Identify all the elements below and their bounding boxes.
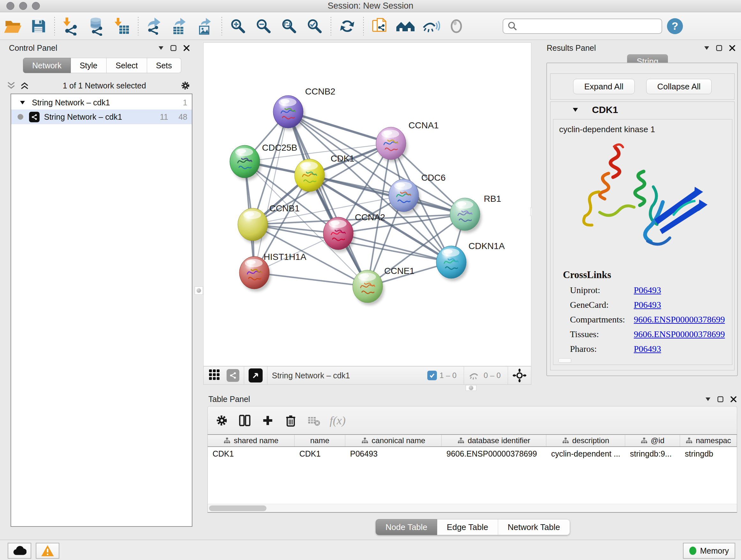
table-cell[interactable]: stringdb	[680, 447, 737, 460]
network-graph[interactable]: CCNB2CCNA1CDC25BCDK1CDC6RB1CCNB1CCNA2CDK…	[204, 43, 531, 366]
network-node-RB1[interactable]	[450, 198, 480, 231]
tab-sets[interactable]: Sets	[147, 58, 181, 73]
search-box[interactable]	[502, 18, 662, 34]
crosslink-pharos-link[interactable]: P06493	[634, 344, 661, 354]
selected-checkbox-icon[interactable]	[427, 371, 437, 380]
close-panel-icon[interactable]	[731, 396, 737, 402]
zoom-in-button[interactable]	[228, 16, 248, 37]
table-row[interactable]: CDK1CDK1P064939606.ENSP00000378699cyclin…	[208, 447, 737, 460]
close-panel-icon[interactable]	[729, 45, 735, 51]
collapse-all-icon[interactable]	[7, 82, 15, 89]
network-node-CDC6[interactable]	[389, 179, 419, 212]
string-home-button[interactable]	[395, 16, 415, 37]
network-node-CDK1[interactable]	[294, 159, 325, 192]
collapse-all-button[interactable]: Collapse All	[646, 79, 712, 94]
import-network-database-button[interactable]	[86, 16, 107, 37]
open-session-button[interactable]	[3, 16, 23, 37]
import-table-button[interactable]	[112, 16, 132, 37]
bottom-splitter-handle[interactable]	[466, 385, 476, 391]
results-scrollbar[interactable]	[558, 358, 571, 363]
collapse-panel-icon[interactable]	[158, 46, 163, 50]
float-panel-icon[interactable]	[716, 45, 722, 51]
warnings-button[interactable]	[36, 543, 59, 559]
export-network-button[interactable]	[144, 16, 165, 37]
table-cell[interactable]: cyclin-dependent ...	[546, 447, 625, 460]
show-columns-icon[interactable]	[238, 414, 252, 428]
search-input[interactable]	[518, 22, 655, 30]
table-horizontal-scrollbar[interactable]	[208, 504, 737, 512]
network-view-button[interactable]	[226, 369, 239, 382]
network-options-gear-icon[interactable]	[180, 80, 191, 91]
column-header-canonical-name[interactable]: canonical name	[345, 435, 442, 446]
zoom-fit-button[interactable]	[279, 16, 299, 37]
close-panel-icon[interactable]	[184, 45, 190, 51]
grid-view-button[interactable]	[209, 369, 220, 382]
tab-select[interactable]: Select	[107, 58, 147, 73]
network-node-CDKN1A[interactable]	[436, 246, 466, 278]
column-header-shared-name[interactable]: shared name	[208, 435, 294, 446]
network-node-CCNA2[interactable]	[323, 217, 353, 250]
table-cell[interactable]: CDK1	[208, 447, 294, 460]
crosslink-tissues-link[interactable]: 9606.ENSP00000378699	[634, 329, 725, 339]
function-builder-button: f(x)	[330, 414, 346, 427]
left-splitter-handle[interactable]	[195, 287, 203, 295]
network-node-CCNA1[interactable]	[376, 127, 406, 160]
tree-expander-icon[interactable]	[20, 101, 25, 105]
crosslink-genecard-link[interactable]: P06493	[634, 300, 661, 310]
float-panel-icon[interactable]	[171, 45, 177, 51]
tab-style[interactable]: Style	[71, 58, 107, 73]
import-network-file-button[interactable]	[61, 16, 81, 37]
column-header--id[interactable]: @id	[625, 435, 680, 446]
add-column-icon[interactable]	[261, 414, 275, 428]
export-image-button[interactable]	[195, 16, 216, 37]
export-table-button[interactable]	[170, 16, 190, 37]
expand-all-icon[interactable]	[20, 82, 29, 89]
network-node-CCNB2[interactable]	[273, 96, 303, 128]
show-graphics-details-button[interactable]	[446, 16, 467, 37]
collapse-panel-icon[interactable]	[704, 46, 709, 50]
help-button[interactable]: ?	[665, 16, 685, 37]
cloud-status-button[interactable]	[8, 543, 31, 559]
network-edge[interactable]	[254, 112, 288, 273]
network-row-selected[interactable]: String Network – cdk1 11 48	[11, 110, 192, 124]
crosslink-uniprot-link[interactable]: P06493	[634, 285, 661, 295]
zoom-fit-icon	[280, 17, 298, 35]
toolbar-separator	[138, 17, 138, 36]
birdseye-crosshair-icon[interactable]	[513, 368, 527, 382]
float-panel-icon[interactable]	[718, 396, 724, 402]
tab-network-table[interactable]: Network Table	[498, 519, 570, 535]
section-expander-icon[interactable]	[573, 108, 578, 112]
table-cell[interactable]: CDK1	[294, 447, 345, 460]
tab-node-table[interactable]: Node Table	[376, 519, 437, 535]
network-node-CDC25B[interactable]	[230, 145, 260, 178]
table-options-gear-icon[interactable]	[215, 414, 229, 428]
table-cell[interactable]: 9606.ENSP00000378699	[442, 447, 546, 460]
left-splitter[interactable]	[195, 41, 203, 537]
column-header-database-identifier[interactable]: database identifier	[442, 435, 546, 446]
detach-view-button[interactable]	[249, 368, 263, 382]
memory-button[interactable]: Memory	[683, 543, 735, 559]
refresh-layout-button[interactable]	[337, 16, 357, 37]
collapse-panel-icon[interactable]	[705, 397, 711, 401]
crosslink-compartments-link[interactable]: 9606.ENSP00000378699	[634, 314, 725, 325]
column-header-namespac[interactable]: namespac	[680, 435, 737, 446]
network-edge[interactable]	[254, 273, 367, 287]
clone-network-button[interactable]	[369, 16, 390, 37]
column-header-name[interactable]: name	[294, 435, 345, 446]
network-node-CCNB1[interactable]	[238, 208, 268, 241]
tab-network[interactable]: Network	[23, 58, 71, 73]
table-cell[interactable]: P06493	[345, 447, 442, 460]
zoom-out-button[interactable]	[253, 16, 274, 37]
expand-all-button[interactable]: Expand All	[573, 79, 635, 94]
zoom-selected-button[interactable]	[305, 16, 325, 37]
tab-edge-table[interactable]: Edge Table	[437, 519, 498, 535]
scrollbar-thumb[interactable]	[209, 505, 266, 511]
delete-column-icon[interactable]	[284, 414, 298, 428]
network-canvas[interactable]: CCNB2CCNA1CDC25BCDK1CDC6RB1CCNB1CCNA2CDK…	[203, 43, 531, 366]
column-header-description[interactable]: description	[546, 435, 625, 446]
save-session-button[interactable]	[28, 16, 49, 37]
hide-unhide-button[interactable]	[421, 16, 441, 37]
network-node-CCNE1[interactable]	[353, 270, 383, 303]
network-collection-row[interactable]: String Network – cdk1 1	[11, 96, 192, 110]
table-cell[interactable]: stringdb:9...	[625, 447, 680, 460]
